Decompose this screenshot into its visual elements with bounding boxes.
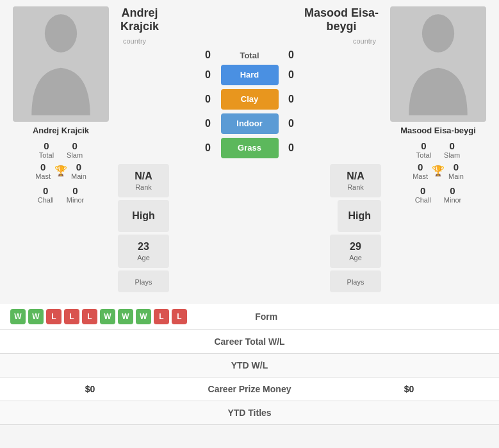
svg-point-1 — [422, 14, 454, 52]
right-age-label: Age — [349, 254, 362, 261]
left-chall-label: Chall — [38, 196, 54, 204]
right-slam-box: 0 Slam — [444, 140, 460, 159]
form-badge-l: L — [82, 309, 97, 324]
form-section: WWLLLWWWLL Form — [0, 304, 499, 330]
left-main-box: 0 Main — [71, 162, 86, 180]
indoor-right-val: 0 — [284, 118, 299, 129]
left-player-card: Andrej Krajcik 0 Total 0 Slam 0 Mast 🏆 — [6, 6, 115, 292]
right-high-val: High — [348, 210, 371, 222]
right-rank-label: Rank — [347, 183, 364, 191]
hard-button[interactable]: Hard — [221, 65, 279, 85]
left-player-avatar — [13, 6, 109, 122]
left-player-name: Andrej Krajcik — [33, 126, 89, 135]
left-high-box: High — [118, 200, 169, 232]
names-row: AndrejKrajcik Masood Eisa-beygi — [118, 6, 381, 33]
right-plays-label: Plays — [347, 278, 364, 286]
right-main-label: Main — [448, 172, 464, 180]
form-label: Form — [195, 311, 338, 322]
grass-left-val: 0 — [200, 142, 216, 154]
grass-row: 0 Grass 0 — [118, 138, 381, 158]
left-age-box: 23 Age — [118, 235, 169, 268]
left-high-val: High — [132, 210, 155, 222]
career-wl-row: Career Total W/L — [0, 330, 499, 354]
left-mast-row: 0 Mast 🏆 0 Main — [35, 162, 86, 180]
right-total-box: 0 Total — [416, 140, 431, 159]
left-slam-label: Slam — [67, 151, 83, 159]
right-player-card: Masood Eisa-beygi 0 Total 0 Slam 0 Mast … — [384, 6, 493, 292]
grass-right-val: 0 — [284, 142, 299, 154]
left-minor-box: 0 Minor — [67, 185, 85, 204]
total-row: 0 Total 0 — [118, 49, 381, 61]
right-chall-val: 0 — [420, 185, 425, 196]
form-badges-left: WWLLLWWWLL — [10, 309, 187, 324]
left-country: country — [123, 37, 146, 45]
left-mast-label: Mast — [35, 172, 51, 180]
grass-button[interactable]: Grass — [221, 138, 279, 158]
right-mast-box: 0 Mast — [413, 162, 428, 180]
svg-point-0 — [45, 14, 77, 52]
form-badge-w: W — [28, 309, 44, 324]
left-main-val: 0 — [76, 162, 81, 172]
hard-right-val: 0 — [284, 69, 299, 81]
ytd-titles-row: YTD Titles — [0, 401, 499, 425]
left-player-silhouette — [22, 13, 99, 115]
right-player-avatar — [390, 6, 486, 122]
right-age-val: 29 — [350, 241, 361, 253]
form-badge-w: W — [100, 309, 115, 324]
left-plays-label: Plays — [135, 278, 152, 286]
clay-row: 0 Clay 0 — [118, 89, 381, 110]
career-wl-label: Career Total W/L — [170, 336, 329, 347]
form-badge-w: W — [136, 309, 151, 324]
form-badge-l: L — [64, 309, 79, 324]
clay-right-val: 0 — [284, 94, 299, 105]
ytd-titles-label: YTD Titles — [170, 408, 329, 418]
career-prize-right: $0 — [329, 384, 489, 394]
right-slam-val: 0 — [449, 140, 454, 151]
right-slam-label: Slam — [444, 151, 460, 159]
form-badge-l: L — [172, 309, 187, 324]
middle-section: AndrejKrajcik Masood Eisa-beygi country … — [118, 6, 381, 292]
left-chall-box: 0 Chall — [38, 185, 54, 204]
left-rank-label: Rank — [135, 183, 152, 191]
main-container: Andrej Krajcik 0 Total 0 Slam 0 Mast 🏆 — [0, 0, 499, 425]
right-mast-row: 0 Mast 🏆 0 Main — [413, 162, 464, 180]
clay-left-val: 0 — [200, 94, 216, 105]
indoor-row: 0 Indoor 0 — [118, 113, 381, 134]
right-rank-box: N/A Rank — [330, 164, 381, 197]
career-prize-row: $0 Career Prize Money $0 — [0, 377, 499, 401]
left-trophy-icon: 🏆 — [54, 165, 67, 177]
left-mast-val: 0 — [40, 162, 45, 172]
right-stats-row3: 0 Chall 0 Minor — [384, 185, 493, 204]
total-label: Total — [221, 51, 279, 60]
right-mast-val: 0 — [418, 162, 423, 172]
indoor-button[interactable]: Indoor — [221, 113, 279, 134]
left-chall-val: 0 — [43, 185, 48, 196]
left-slam-box: 0 Slam — [67, 140, 83, 159]
left-main-label: Main — [71, 172, 86, 180]
left-age-val: 23 — [138, 241, 149, 253]
right-chall-label: Chall — [415, 196, 431, 204]
left-stats-row3: 0 Chall 0 Minor — [6, 185, 115, 204]
right-chall-box: 0 Chall — [415, 185, 431, 204]
indoor-left-val: 0 — [200, 118, 216, 129]
right-plays-box: Plays — [330, 270, 381, 292]
right-main-val: 0 — [454, 162, 459, 172]
total-left-val: 0 — [200, 49, 216, 61]
right-minor-box: 0 Minor — [444, 185, 462, 204]
bottom-stats: WWLLLWWWLL Form Career Total W/L YTD W/L… — [0, 304, 499, 425]
total-right-val: 0 — [284, 49, 299, 61]
left-total-val: 0 — [44, 140, 49, 151]
left-mid-stats: N/A Rank High 23 Age Plays — [118, 164, 169, 292]
form-badge-w: W — [118, 309, 133, 324]
right-total-label: Total — [416, 151, 431, 159]
left-minor-label: Minor — [67, 196, 85, 204]
right-stats-row1: 0 Total 0 Slam — [384, 140, 493, 159]
career-prize-left: $0 — [10, 384, 170, 394]
form-badge-l: L — [154, 309, 169, 324]
left-player-name-top: AndrejKrajcik — [120, 6, 159, 33]
left-slam-val: 0 — [72, 140, 77, 151]
right-total-val: 0 — [421, 140, 426, 151]
clay-button[interactable]: Clay — [221, 89, 279, 110]
left-minor-val: 0 — [72, 185, 78, 196]
right-age-box: 29 Age — [330, 235, 381, 268]
